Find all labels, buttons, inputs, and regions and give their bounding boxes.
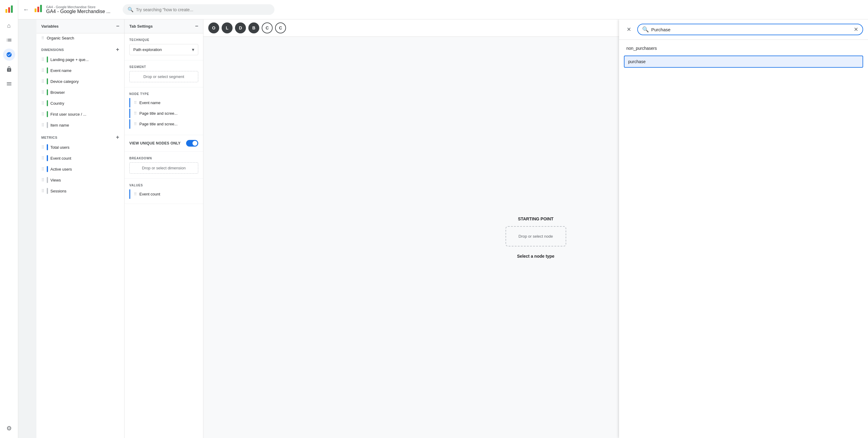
values-label: VALUES <box>129 184 198 187</box>
metric-views: ⠿ Views <box>36 175 124 185</box>
dimension-label: Country <box>51 101 64 106</box>
drag-icon: ⠿ <box>41 79 44 84</box>
add-metric-icon[interactable]: + <box>116 134 119 140</box>
metric-color-bar <box>47 155 48 161</box>
node-type-page-title-2[interactable]: ⠿ Page title and scree... <box>129 119 198 129</box>
reports-icon[interactable] <box>3 34 15 46</box>
variables-title: Variables <box>41 24 59 29</box>
home-icon[interactable]: ⌂ <box>3 20 15 32</box>
avatar-b[interactable]: B <box>248 23 259 33</box>
dimension-label: Event name <box>51 68 71 73</box>
search-box[interactable]: 🔍 <box>123 4 275 15</box>
values-event-count[interactable]: ⠿ Event count <box>129 189 198 199</box>
node-type-event-name[interactable]: ⠿ Event name <box>129 98 198 107</box>
clear-search-icon[interactable]: ✕ <box>854 26 858 33</box>
minimize-variables-icon[interactable]: − <box>116 23 119 29</box>
starting-point-label: STARTING POINT <box>518 216 554 221</box>
dimension-color-bar <box>47 57 48 63</box>
search-icon: 🔍 <box>642 26 649 33</box>
add-dimension-icon[interactable]: + <box>116 46 119 53</box>
drag-icon: ⠿ <box>41 112 44 117</box>
organic-search-item: ⠿ Organic Search <box>36 33 124 43</box>
drag-icon: ⠿ <box>41 90 44 95</box>
svg-rect-5 <box>40 5 42 12</box>
drop-node-zone[interactable]: Drop or select node <box>505 226 566 247</box>
node-type-label-0: Event name <box>140 100 160 105</box>
tab-settings-panel: Tab Settings − TECHNIQUE Path exploratio… <box>124 20 204 438</box>
drag-icon: ⠿ <box>41 156 44 161</box>
metric-sessions: ⠿ Sessions <box>36 185 124 196</box>
dimension-label: Browser <box>51 90 65 95</box>
dimension-country: ⠿ Country <box>36 98 124 109</box>
metric-active-users: ⠿ Active users <box>36 164 124 175</box>
segment-section: SEGMENT Drop or select segment <box>124 60 203 87</box>
metric-label: Sessions <box>51 189 66 193</box>
view-unique-nodes-section: VIEW UNIQUE NODES ONLY <box>124 135 203 152</box>
segment-drop-zone[interactable]: Drop or select segment <box>129 71 198 82</box>
close-search-panel-button[interactable]: ✕ <box>624 25 633 34</box>
variables-panel: Variables − ⠿ Organic Search DIMENSIONS … <box>36 20 124 438</box>
view-unique-nodes-label: VIEW UNIQUE NODES ONLY <box>129 141 181 146</box>
dimension-label: Device category <box>51 79 79 84</box>
avatar-c2[interactable]: C <box>275 23 286 33</box>
global-search: 🔍 <box>123 4 275 15</box>
dimensions-section-label: DIMENSIONS + <box>36 43 124 54</box>
configure-icon[interactable] <box>3 78 15 90</box>
view-unique-nodes-toggle[interactable] <box>186 140 198 147</box>
select-node-type-label: Select a node type <box>517 254 554 259</box>
search-results-list: non_purchasers purchase <box>619 40 868 438</box>
segment-placeholder: Drop or select segment <box>143 74 184 79</box>
global-search-input[interactable] <box>136 7 270 12</box>
tab-settings-title: Tab Settings <box>129 24 153 29</box>
avatar-c1[interactable]: C <box>262 23 273 33</box>
result-purchase[interactable]: purchase <box>624 56 863 68</box>
node-type-page-title-1[interactable]: ⠿ Page title and scree... <box>129 109 198 118</box>
drag-icon: ⠿ <box>134 122 137 126</box>
drag-icon: ⠿ <box>41 188 44 193</box>
metric-total-users: ⠿ Total users <box>36 142 124 153</box>
dimension-event-name: ⠿ Event name <box>36 65 124 76</box>
breakdown-placeholder: Drop or select dimension <box>142 166 186 170</box>
analytics-logo <box>33 3 44 14</box>
dimension-color-bar <box>47 67 48 73</box>
drag-icon: ⠿ <box>41 178 44 182</box>
advertising-icon[interactable] <box>3 63 15 75</box>
dimension-label: Landing page + que... <box>51 57 89 62</box>
dimension-item-name: ⠿ Item name <box>36 120 124 130</box>
minimize-tab-settings-icon[interactable]: − <box>195 23 198 29</box>
result-non-purchasers[interactable]: non_purchasers <box>619 42 868 54</box>
metric-color-bar <box>47 166 48 172</box>
svg-rect-2 <box>11 5 13 13</box>
svg-rect-0 <box>5 9 7 13</box>
chevron-down-icon: ▾ <box>192 47 194 53</box>
settings-icon[interactable]: ⚙ <box>3 422 15 434</box>
organic-search-label: Organic Search <box>47 36 74 40</box>
property-subtitle: GA4 - Google Merchandise Store <box>46 5 111 9</box>
dimension-color-bar <box>47 122 48 128</box>
dimension-color-bar <box>47 89 48 95</box>
segment-label: SEGMENT <box>129 65 198 69</box>
drag-icon: ⠿ <box>41 68 44 73</box>
back-button[interactable]: ← <box>23 6 29 13</box>
header-title-group: GA4 - Google Merchandise Store GA4 - Goo… <box>46 5 111 14</box>
explore-icon[interactable] <box>3 49 15 61</box>
technique-label: TECHNIQUE <box>129 38 198 41</box>
svg-rect-4 <box>37 7 39 12</box>
avatar-l[interactable]: L <box>222 23 232 33</box>
node-type-label-1: Page title and scree... <box>140 111 178 116</box>
metric-color-bar <box>47 144 48 150</box>
avatar-d[interactable]: D <box>235 23 246 33</box>
app-logo <box>4 4 14 14</box>
drag-icon: ⠿ <box>134 111 137 116</box>
segment-search-input[interactable] <box>651 27 851 32</box>
dimension-label: First user source / ... <box>51 112 86 117</box>
svg-rect-1 <box>8 7 10 13</box>
breakdown-label: BREAKDOWN <box>129 157 198 160</box>
breakdown-drop-zone[interactable]: Drop or select dimension <box>129 162 198 174</box>
avatar-o[interactable]: O <box>208 23 219 33</box>
search-icon: 🔍 <box>127 7 133 12</box>
variables-panel-header: Variables − <box>36 20 124 33</box>
search-input-container: 🔍 ✕ <box>637 24 863 35</box>
technique-dropdown[interactable]: Path exploration ▾ <box>129 44 198 55</box>
dimension-color-bar <box>47 100 48 106</box>
